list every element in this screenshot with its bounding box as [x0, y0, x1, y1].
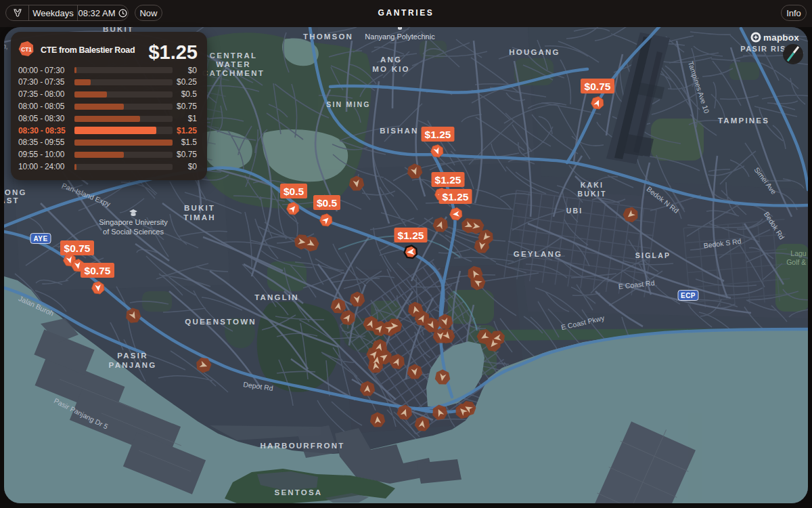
svg-text:$1.25: $1.25	[435, 174, 461, 186]
svg-text:$0.75: $0.75	[64, 242, 91, 254]
svg-text:Nanyang Polytechnic: Nanyang Polytechnic	[365, 33, 435, 41]
svg-text:CT1: CT1	[21, 47, 32, 53]
svg-text:of Social Sciences: of Social Sciences	[103, 228, 164, 236]
svg-text:HOUGANG: HOUGANG	[509, 48, 560, 56]
svg-text:TANGLIN: TANGLIN	[254, 293, 299, 301]
svg-text:PASIR RIS: PASIR RIS	[740, 45, 786, 53]
svg-text:$1.25: $1.25	[398, 230, 424, 241]
svg-text:$1.25: $1.25	[443, 191, 469, 203]
svg-text:CENTRAL: CENTRAL	[210, 51, 257, 60]
svg-text:$0.75: $0.75	[85, 265, 111, 276]
svg-text:SIGLAP: SIGLAP	[635, 251, 671, 259]
svg-text:TAMPINES: TAMPINES	[718, 117, 769, 125]
svg-text:mapbox: mapbox	[763, 33, 799, 43]
svg-text:PASIR: PASIR	[117, 352, 148, 360]
svg-text:AST: AST	[0, 196, 20, 205]
svg-text:UBI: UBI	[566, 207, 583, 215]
svg-text:THOMSON: THOMSON	[303, 33, 353, 41]
svg-text:BUKIT: BUKIT	[577, 190, 606, 198]
svg-text:$0.75: $0.75	[585, 81, 611, 92]
svg-text:BUKIT: BUKIT	[184, 204, 215, 212]
svg-text:$0.5: $0.5	[284, 186, 304, 197]
svg-text:Singapore University: Singapore University	[99, 218, 168, 226]
svg-text:$1.25: $1.25	[425, 129, 451, 140]
svg-text:Golf & C: Golf & C	[786, 258, 812, 266]
svg-text:ECP: ECP	[681, 292, 696, 299]
svg-text:BISHAN: BISHAN	[380, 127, 418, 135]
svg-text:SIN MING: SIN MING	[326, 100, 370, 108]
svg-text:AYE: AYE	[33, 235, 47, 242]
svg-text:QUEENSTOWN: QUEENSTOWN	[185, 318, 256, 326]
svg-text:Lagu: Lagu	[790, 249, 807, 257]
svg-text:MO KIO: MO KIO	[372, 65, 409, 73]
svg-text:GEYLANG: GEYLANG	[514, 250, 562, 258]
svg-text:SENTOSA: SENTOSA	[275, 488, 323, 496]
svg-text:KAKI: KAKI	[581, 181, 604, 189]
svg-text:n,: n,	[2, 42, 8, 50]
svg-text:PANJANG: PANJANG	[109, 361, 157, 369]
svg-text:CATCHMENT: CATCHMENT	[202, 69, 265, 77]
svg-text:TIMAH: TIMAH	[183, 213, 215, 221]
svg-text:$0.5: $0.5	[317, 197, 338, 209]
svg-text:ANG: ANG	[380, 56, 402, 64]
svg-text:HARBOURFRONT: HARBOURFRONT	[261, 442, 345, 450]
svg-text:WATER: WATER	[216, 60, 251, 68]
svg-text:RONG: RONG	[0, 188, 27, 196]
